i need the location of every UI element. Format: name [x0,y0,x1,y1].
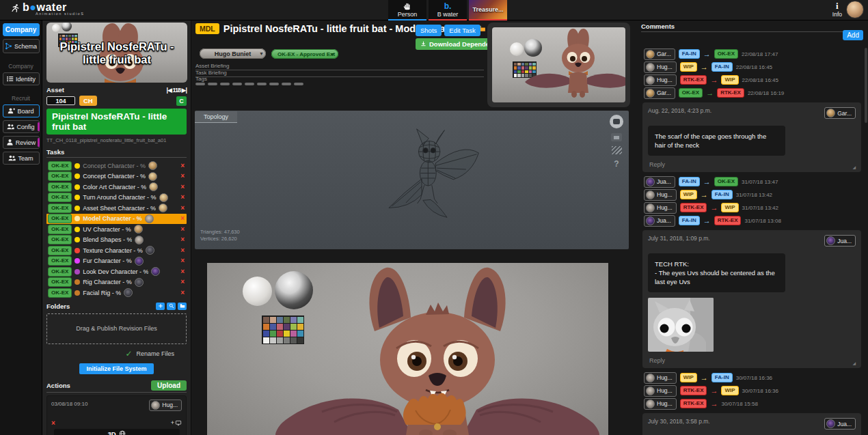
fullscreen-button[interactable] [611,133,622,141]
task-row[interactable]: OK-EX Model Character - % × [46,214,187,225]
comment-user-chip[interactable]: Gar... [644,48,675,60]
revision-user-chip[interactable]: Hug... [149,399,182,411]
resize-handle-icon[interactable]: ◢ [852,361,856,365]
tag-chip[interactable] [208,83,217,85]
tag-chip[interactable] [282,83,291,85]
shots-button[interactable]: Shots [416,25,442,36]
render-viewport[interactable] [207,263,608,435]
status-select[interactable]: OK-EX - Approved Ext▼ [271,49,338,59]
task-row[interactable]: OK-EX Rig Character - % × [46,277,187,288]
tab-bwater[interactable]: b. B water [429,0,467,20]
delete-task-button[interactable]: × [180,163,185,169]
comment-user-chip[interactable]: Jua... [644,176,675,188]
delete-task-button[interactable]: × [180,184,185,191]
view-3d-button[interactable]: 3D [54,429,180,435]
task-assignee-avatar[interactable] [145,214,154,223]
viewer-snapshot-button[interactable] [610,115,623,128]
reply-input[interactable]: Reply ◢ [648,160,856,169]
rename-files-label[interactable]: Rename Files [136,350,174,357]
add-folder-button[interactable] [156,303,165,310]
task-assignee-avatar[interactable] [135,278,144,287]
sidebar-item-board[interactable]: Board [3,104,40,117]
tab-topology[interactable]: Topology [195,111,237,123]
task-row[interactable]: OK-EX UV Character - % × [46,224,187,235]
delete-task-button[interactable]: × [180,205,185,212]
tag-chip[interactable] [269,83,279,85]
help-icon[interactable]: ? [614,159,619,169]
task-assignee-avatar[interactable] [151,267,160,276]
add-to-screen-button[interactable]: + [171,419,182,426]
wireframe-toggle-button[interactable] [612,146,622,154]
delete-task-button[interactable]: × [180,257,185,264]
tag-chip[interactable] [232,83,242,85]
tag-chip[interactable] [220,83,230,85]
topology-viewer[interactable]: Topology Triangles: 47,630 Vertices: 26,… [195,111,629,249]
task-assignee-avatar[interactable] [159,193,168,202]
info-button[interactable]: i Info [832,1,842,18]
tag-chip[interactable] [294,83,303,85]
task-assignee-avatar[interactable] [149,182,158,191]
delete-task-button[interactable]: × [180,268,185,275]
tag-chip[interactable] [257,83,267,85]
comment-user-chip[interactable]: Jua... [824,235,856,247]
review-media-panel[interactable] [487,23,630,107]
tag-chip[interactable] [245,83,254,85]
comment-user-chip[interactable]: Gar... [644,87,675,99]
delete-revision-button[interactable]: × [51,419,55,427]
reply-input[interactable]: Reply ◢ [648,356,856,365]
task-row[interactable]: OK-EX Concept Character - % × [46,160,187,171]
task-row[interactable]: OK-EX Facial Rig - % × [46,287,187,298]
user-avatar[interactable] [846,1,864,18]
file-dropzone[interactable]: Drag & Publish Revision Files [46,313,187,344]
task-row[interactable]: OK-EX Turn Around Character - % × [46,193,187,204]
task-assignee-avatar[interactable] [124,288,133,297]
delete-task-button[interactable]: × [180,194,185,201]
comment-user-chip[interactable]: Hug... [644,398,677,410]
comment-user-chip[interactable]: Hug... [644,189,677,201]
comment-user-chip[interactable]: Hug... [644,372,677,384]
open-folder-button[interactable] [178,303,187,310]
sidebar-item-team[interactable]: Team [3,152,40,165]
comment-user-chip[interactable]: Hug... [644,74,677,86]
search-folder-button[interactable] [167,303,176,310]
asset-number-input[interactable] [46,96,75,105]
comment-user-chip[interactable]: Gar... [824,107,856,119]
delete-task-button[interactable]: × [180,290,185,296]
task-assignee-avatar[interactable] [134,225,143,234]
task-row[interactable]: OK-EX Asset Sheet Character - % × [46,203,187,214]
nav-company-button[interactable]: Company [3,23,40,36]
delete-task-button[interactable]: × [180,226,185,233]
task-row[interactable]: OK-EX Texture Character - % × [46,245,187,256]
add-comment-button[interactable]: Add [843,30,863,40]
task-row[interactable]: OK-EX Fur Character - % × [46,256,187,267]
delete-task-button[interactable]: × [180,236,185,243]
comment-user-chip[interactable]: Hug... [644,202,677,214]
task-assignee-avatar[interactable] [135,257,144,266]
comment-user-chip[interactable]: Jua... [824,418,856,430]
task-assignee-avatar[interactable] [159,204,167,212]
task-assignee-avatar[interactable] [135,236,144,244]
task-row[interactable]: OK-EX Concept Character - % × [46,171,187,182]
assignee-select[interactable]: Hugo Buniet▼ [200,48,266,59]
tag-chip[interactable] [195,83,205,85]
task-row[interactable]: OK-EX Color Art Character - % × [46,182,187,193]
task-row[interactable]: OK-EX Look Dev Character - % × [46,266,187,277]
tab-treasure[interactable]: Treasure... [469,0,507,20]
upload-button[interactable]: Upload [151,380,187,391]
c-button[interactable]: C [176,96,187,106]
task-row[interactable]: OK-EX Blend Shapes - % × [46,235,187,246]
edit-task-button[interactable]: Edit Task [444,25,480,36]
comment-user-chip[interactable]: Jua... [644,215,675,227]
comment-user-chip[interactable]: Hug... [644,61,677,73]
sidebar-item-identity[interactable]: Identity [3,72,40,85]
resize-handle-icon[interactable]: ◢ [852,165,856,169]
delete-task-button[interactable]: × [180,279,185,285]
delete-task-button[interactable]: × [180,173,185,180]
task-assignee-avatar[interactable] [148,161,157,170]
sidebar-item-config[interactable]: Config [3,120,40,133]
asset-pager[interactable]: |◀ 118 ▶| [167,87,187,94]
initialize-file-system-button[interactable]: Initialize File System [79,363,153,374]
task-assignee-avatar[interactable] [146,246,154,255]
delete-task-button[interactable]: × [180,247,185,254]
nav-schema-button[interactable]: Schema [3,39,40,53]
